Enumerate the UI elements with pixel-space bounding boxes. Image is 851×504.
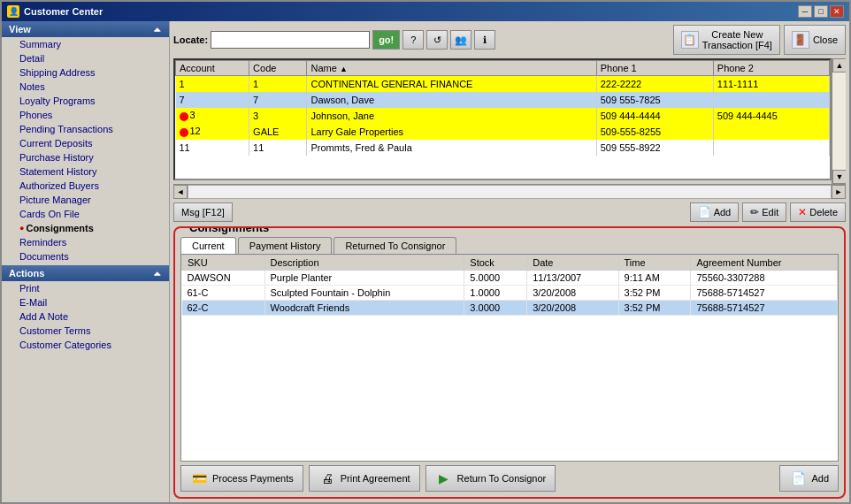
cell-sku: DAWSON: [182, 271, 265, 286]
edit-customer-button[interactable]: ✏ Edit: [742, 202, 786, 222]
sidebar-item-authorized-buyers[interactable]: Authorized Buyers: [2, 179, 169, 193]
scroll-left-button[interactable]: ◄: [173, 185, 188, 199]
actions-section: Actions ⏶ Print E-Mail Add A Note Custom…: [2, 265, 169, 352]
actions-section-header[interactable]: Actions ⏶: [2, 265, 169, 281]
toolbar-right: 📋 Create NewTransaction [F4] 🚪 Close: [673, 25, 846, 55]
consignments-tabs: Current Payment History Returned To Cons…: [180, 237, 839, 254]
sidebar-item-shipping-address[interactable]: Shipping Address: [2, 65, 169, 80]
return-icon: ▶: [435, 470, 453, 487]
cell-phone2: 111-1111: [713, 76, 829, 92]
col-phone1[interactable]: Phone 1: [596, 61, 713, 76]
table-row[interactable]: 7 7 Dawson, Dave 509 555-7825: [176, 92, 830, 108]
refresh-button[interactable]: ↺: [426, 30, 448, 50]
customer-table-scrollbar[interactable]: ▲ ▼: [832, 58, 846, 184]
col-name[interactable]: Name ▲: [307, 61, 596, 76]
col-date[interactable]: Date: [527, 256, 618, 271]
view-section-header[interactable]: View ⏶: [2, 21, 169, 37]
return-to-consignor-button[interactable]: ▶ Return To Consignor: [426, 465, 556, 492]
col-description[interactable]: Description: [264, 256, 464, 271]
sort-arrow-icon: ▲: [340, 65, 348, 73]
process-payments-icon: 💳: [190, 470, 208, 487]
tab-payment-history[interactable]: Payment History: [238, 237, 333, 254]
table-row[interactable]: 62-C Woodcraft Friends 3.0000 3/20/2008 …: [182, 301, 838, 316]
titlebar-left: 👤 Customer Center: [7, 5, 103, 18]
search-people-button[interactable]: 👥: [450, 30, 472, 50]
tab-current[interactable]: Current: [180, 237, 236, 254]
delete-customer-button[interactable]: ✕ Delete: [790, 202, 846, 222]
cell-stock: 1.0000: [464, 286, 527, 301]
sidebar-item-statement-history[interactable]: Statement History: [2, 164, 169, 179]
col-phone2[interactable]: Phone 2: [713, 61, 829, 76]
sidebar-item-loyalty-programs[interactable]: Loyalty Programs: [2, 94, 169, 108]
col-agreement-number[interactable]: Agreement Number: [691, 256, 838, 271]
cell-account: 7: [176, 92, 249, 108]
scroll-track-h: [188, 185, 832, 199]
scroll-down-button[interactable]: ▼: [832, 170, 846, 184]
add-customer-button[interactable]: 📄 Add: [690, 202, 740, 222]
sidebar-item-add-note[interactable]: Add A Note: [2, 309, 169, 324]
sidebar-item-customer-terms[interactable]: Customer Terms: [2, 324, 169, 338]
create-transaction-button[interactable]: 📋 Create NewTransaction [F4]: [673, 25, 780, 55]
sidebar-item-picture-manager[interactable]: Picture Manager: [2, 193, 169, 207]
table-row[interactable]: 12 GALE Larry Gale Properties 509-555-82…: [176, 124, 830, 140]
table-row[interactable]: 61-C Sculpted Fountain - Dolphin 1.0000 …: [182, 286, 838, 301]
col-stock[interactable]: Stock: [464, 256, 527, 271]
col-code[interactable]: Code: [249, 61, 307, 76]
sidebar-item-documents[interactable]: Documents: [2, 249, 169, 263]
cell-date: 3/20/2008: [527, 286, 618, 301]
sidebar-item-detail[interactable]: Detail: [2, 51, 169, 65]
actions-label: Actions: [9, 268, 44, 279]
sidebar-item-notes[interactable]: Notes: [2, 80, 169, 94]
help-button[interactable]: ?: [402, 30, 424, 50]
cell-account: 12: [176, 124, 249, 140]
view-chevron-icon: ⏶: [153, 25, 162, 34]
sidebar-item-purchase-history[interactable]: Purchase History: [2, 150, 169, 164]
cell-phone2: [713, 124, 829, 140]
go-button[interactable]: go!: [372, 30, 400, 50]
table-row[interactable]: 11 11 Prommts, Fred & Paula 509 555-8922: [176, 140, 830, 156]
actions-chevron-icon: ⏶: [153, 269, 162, 279]
locate-input[interactable]: [211, 31, 370, 49]
cell-code: 1: [249, 76, 307, 92]
info-button[interactable]: ℹ: [474, 30, 495, 50]
delete-icon: ✕: [798, 206, 807, 218]
print-agreement-button[interactable]: 🖨 Print Agreement: [309, 465, 420, 492]
table-row[interactable]: DAWSON Purple Planter 5.0000 11/13/2007 …: [182, 271, 838, 286]
cell-time: 3:52 PM: [618, 301, 691, 316]
sidebar-item-customer-categories[interactable]: Customer Categories: [2, 338, 169, 352]
msg-button[interactable]: Msg [F12]: [173, 202, 233, 222]
tab-returned-to-consignor[interactable]: Returned To Consignor: [334, 237, 456, 254]
col-account[interactable]: Account: [176, 61, 249, 76]
sidebar-item-current-deposits[interactable]: Current Deposits: [2, 136, 169, 150]
col-sku[interactable]: SKU: [182, 256, 265, 271]
edit-label: Edit: [762, 207, 778, 218]
sidebar-item-phones[interactable]: Phones: [2, 108, 169, 122]
sidebar-item-reminders[interactable]: Reminders: [2, 235, 169, 249]
print-agreement-icon: 🖨: [318, 470, 336, 487]
sidebar-item-consignments[interactable]: ●Consignments: [2, 221, 169, 235]
table-row[interactable]: 1 1 CONTINENTAL GENERAL FINANCE 222-2222…: [176, 76, 830, 92]
main-window: 👤 Customer Center ─ □ ✕ View ⏶ Summary D…: [0, 0, 851, 504]
sidebar-item-print[interactable]: Print: [2, 281, 169, 295]
maximize-button[interactable]: □: [814, 5, 828, 18]
sidebar-item-email[interactable]: E-Mail: [2, 295, 169, 309]
sidebar-item-cards-on-file[interactable]: Cards On File: [2, 207, 169, 221]
close-button[interactable]: 🚪 Close: [784, 25, 846, 55]
minimize-button[interactable]: ─: [798, 5, 812, 18]
cell-agreement: 75688-5714527: [691, 301, 838, 316]
cell-code: 7: [249, 92, 307, 108]
sidebar-item-summary[interactable]: Summary: [2, 37, 169, 51]
scroll-up-button[interactable]: ▲: [832, 58, 846, 73]
cell-name: CONTINENTAL GENERAL FINANCE: [307, 76, 596, 92]
cell-date: 3/20/2008: [527, 301, 618, 316]
col-time[interactable]: Time: [618, 256, 691, 271]
add-consignment-button[interactable]: 📄 Add: [779, 465, 839, 492]
table-row[interactable]: 3 3 Johnson, Jane 509 444-4444 509 444-4…: [176, 108, 830, 124]
close-window-button[interactable]: ✕: [830, 5, 844, 18]
flag-icon: [180, 128, 188, 137]
scroll-right-button[interactable]: ►: [832, 185, 846, 199]
process-payments-button[interactable]: 💳 Process Payments: [180, 465, 303, 492]
sidebar-item-pending-transactions[interactable]: Pending Transactions: [2, 122, 169, 136]
add-consignment-label: Add: [811, 473, 829, 484]
cell-phone1: 222-2222: [596, 76, 713, 92]
